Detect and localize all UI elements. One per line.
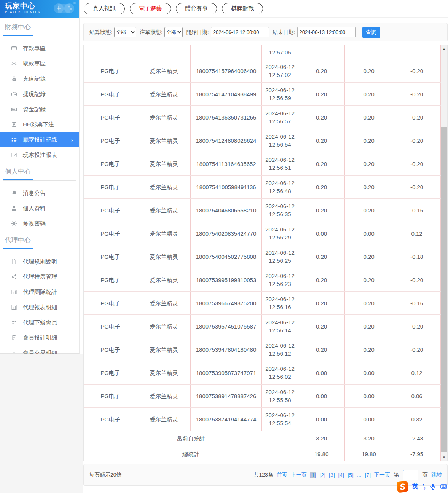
cell-game-name (137, 45, 191, 59)
sidebar-item-label: 會員投註明細 (23, 334, 57, 341)
page-number-link[interactable]: [2] (319, 472, 325, 478)
order-status-select[interactable]: 全部 (164, 27, 183, 37)
prev-page-link[interactable]: 上一页 (291, 472, 307, 479)
cell-bet-time: 2024-06-12 12:56:51 (262, 152, 298, 175)
sidebar-item[interactable]: 玩家投注報表 (0, 147, 79, 163)
next-page-link[interactable]: 下一页 (374, 472, 390, 479)
sidebar-item[interactable]: 存款專區 (0, 41, 79, 56)
page-number-link[interactable]: [3] (329, 472, 335, 478)
sidebar-item[interactable]: 充值記錄 (0, 71, 79, 86)
cell-win-loss: -0.20 (393, 315, 441, 338)
sidebar-item[interactable]: 取款專區 (0, 56, 79, 71)
cell-bet-amount: 0.00 (298, 222, 345, 245)
ime-punctuation-toggle[interactable]: ’, (422, 483, 425, 490)
sidebar-item[interactable]: 修改密碼 (0, 216, 79, 231)
table-row: PG电子爱尔兰精灵18007540045027758082024-06-12 1… (84, 245, 441, 268)
jump-page-input[interactable] (403, 470, 418, 480)
cell-bet-time: 2024-06-12 12:56:29 (262, 222, 298, 245)
cell-bet-time: 2024-06-12 12:56:57 (262, 106, 298, 129)
cell-win-loss: -0.18 (393, 245, 441, 268)
search-button[interactable]: 查詢 (362, 27, 380, 38)
deposit-card-icon (11, 45, 17, 51)
ime-language-toggle[interactable]: 英 (412, 483, 418, 491)
start-date-input[interactable] (211, 27, 269, 37)
sidebar-item[interactable]: 個人資料 (0, 201, 79, 216)
tab-button[interactable]: 棋牌對戰 (222, 3, 263, 14)
chevron-right-icon: › (71, 137, 73, 143)
sidebar: 玩家中心 PLAYERS CENTER 財務中心 存款專區取款專區充值記錄提現記… (0, 0, 80, 354)
page-number-link[interactable]: [5] (348, 472, 354, 478)
microphone-icon[interactable] (429, 483, 436, 490)
sidebar-item[interactable]: 資金記錄 (0, 102, 79, 117)
cell-platform: PG电子 (84, 408, 137, 431)
cell-bet-time: 2024-06-12 12:56:14 (262, 315, 298, 338)
first-page-link[interactable]: 首页 (277, 472, 287, 479)
sidebar-item-label: 代理報表明細 (23, 304, 57, 311)
sidebar-item[interactable]: 提現記錄 (0, 86, 79, 102)
sidebar-item[interactable]: 代理團隊統計 (0, 284, 79, 300)
page-number-link[interactable]: [1] (310, 472, 316, 478)
cell-valid-bet: 0.20 (345, 129, 393, 152)
page-number-link[interactable]: [7] (365, 472, 371, 478)
cell-platform: PG电子 (84, 152, 137, 175)
sidebar-item-label: 代理推廣管理 (23, 273, 57, 281)
summary-winloss-total: -7.95 (393, 446, 441, 461)
keyboard-icon[interactable] (440, 483, 447, 490)
cell-valid-bet: 0.20 (345, 268, 393, 291)
sidebar-item-label: HH彩票下注 (23, 121, 54, 128)
sidebar-section-personal: 個人中心 消息公告個人資料修改密碼 (0, 163, 79, 231)
cell-bet-amount: 0.20 (298, 129, 345, 152)
settle-status-select[interactable]: 全部 (114, 27, 136, 37)
cell-bet-time: 2024-06-12 12:55:58 (262, 385, 298, 407)
cell-win-loss: -0.20 (393, 268, 441, 291)
table-row: PG电子爱尔兰精灵18007541131646356522024-06-12 1… (84, 152, 441, 176)
cell-bet-amount: 0.20 (298, 292, 345, 314)
scroll-up-arrow-icon[interactable]: ▲ (441, 46, 447, 52)
cell-platform: PG电子 (84, 222, 137, 245)
sidebar-item[interactable]: 代理推廣管理 (0, 269, 79, 284)
sogou-logo-icon[interactable]: S (397, 480, 409, 493)
cell-valid-bet: 0.00 (345, 222, 393, 245)
scrollbar-thumb[interactable] (441, 127, 447, 452)
cell-order-number: 1800753891478887426 (191, 385, 262, 407)
cell-bet-time: 2024-06-12 12:56:12 (262, 338, 298, 361)
sidebar-item[interactable]: 消息公告 (0, 185, 79, 201)
sidebar-item[interactable]: HH彩票下注 (0, 117, 79, 132)
cell-valid-bet: 0.00 (345, 385, 393, 407)
bell-icon (11, 190, 17, 196)
jump-button[interactable]: 跳转 (431, 472, 442, 479)
sidebar-item-label: 代理團隊統計 (23, 289, 57, 296)
person-icon (11, 205, 17, 211)
cell-game-name: 爱尔兰精灵 (137, 268, 191, 291)
table-row: 12:57:05 (84, 45, 441, 59)
grand-total-summary-row: 總統計 19.80 19.80 -7.95 (84, 446, 441, 461)
page-number-link[interactable]: [4] (338, 472, 344, 478)
table-row: PG电子爱尔兰精灵18007541471049384992024-06-12 1… (84, 83, 441, 106)
tab-button[interactable]: 電子遊藝 (130, 3, 171, 14)
sidebar-item-label: 玩家投注報表 (23, 152, 57, 159)
tab-button[interactable]: 體育賽事 (176, 3, 217, 14)
cell-platform: PG电子 (84, 129, 137, 152)
vertical-scrollbar[interactable]: ▲ ▼ (441, 45, 447, 461)
sidebar-item[interactable]: 代理規則說明 (0, 254, 79, 269)
sidebar-item-label: 充值記錄 (23, 75, 46, 83)
cell-platform: PG电子 (84, 199, 137, 222)
end-date-input[interactable] (297, 27, 356, 37)
cell-platform: PG电子 (84, 268, 137, 291)
sidebar-item[interactable]: 廳室投註記錄› (0, 132, 79, 147)
cell-valid-bet (345, 45, 393, 59)
sidebar-item[interactable]: 會員投註明細 (0, 330, 79, 345)
sidebar-item[interactable]: 代理下級會員 (0, 315, 79, 330)
scroll-down-arrow-icon[interactable]: ▼ (441, 454, 447, 460)
cell-valid-bet: 0.20 (345, 199, 393, 222)
sidebar-item[interactable]: 代理報表明細 (0, 300, 79, 315)
summary-bet-total: 3.20 (298, 431, 345, 446)
cell-order-number: 1800753957451075587 (191, 315, 262, 338)
summary-winloss-total: -2.48 (393, 431, 441, 446)
table-row: PG电子爱尔兰精灵18007539058737479712024-06-12 1… (84, 361, 441, 385)
cell-win-loss: -0.16 (393, 292, 441, 314)
tab-button[interactable]: 真人視訊 (84, 3, 125, 14)
summary-valid-total: 19.80 (345, 446, 393, 461)
cell-platform (84, 45, 137, 59)
cell-bet-amount: 0.20 (298, 338, 345, 361)
